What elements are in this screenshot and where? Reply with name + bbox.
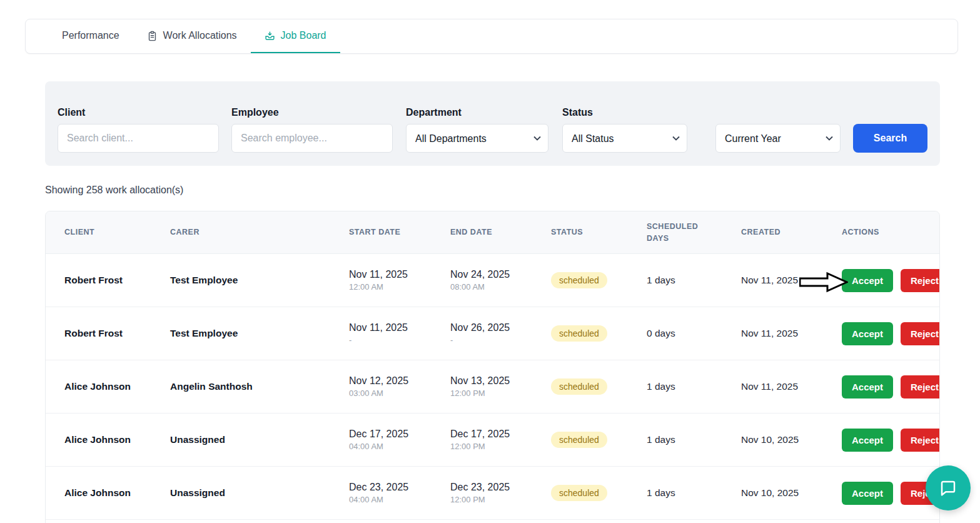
header-scheduled-days: Scheduled Days [647, 221, 741, 245]
tab-work-allocations-label: Work Allocations [163, 30, 237, 41]
header-client: Client [64, 226, 170, 238]
employee-filter-group: Employee [231, 107, 393, 153]
accept-button[interactable]: Accept [842, 375, 893, 399]
client-name: Alice Johnson [64, 487, 170, 499]
start-date-cell: Nov 12, 2025 03:00 AM [349, 375, 450, 398]
header-status: Status [551, 226, 647, 238]
table-row: Alice Johnson Unassigned Dec 23, 2025 04… [46, 467, 939, 520]
scheduled-days: 1 days [647, 275, 741, 286]
carer-name: Unassigned [170, 434, 349, 445]
accept-button[interactable]: Accept [842, 482, 893, 505]
header-created: Created [741, 226, 842, 238]
header-carer: Carer [170, 226, 349, 238]
client-filter-group: Client [58, 107, 219, 153]
scheduled-days: 0 days [647, 328, 741, 339]
scheduled-days: 1 days [647, 487, 741, 499]
year-select[interactable]: Current Year [715, 124, 841, 153]
client-name: Robert Frost [64, 275, 170, 286]
carer-name: Test Employee [170, 328, 349, 339]
start-date-cell: Dec 23, 2025 04:00 AM [349, 482, 450, 504]
client-name: Robert Frost [64, 328, 170, 339]
reject-button[interactable]: Reject [901, 375, 940, 399]
scheduled-days: 1 days [647, 434, 741, 445]
created-date: Nov 11, 2025 [741, 328, 842, 339]
status-badge: scheduled [551, 378, 607, 395]
chat-bubble-icon [939, 479, 957, 497]
carer-name: Angelin Santhosh [170, 381, 349, 392]
department-label: Department [406, 107, 548, 118]
department-select[interactable]: All Departments [406, 124, 548, 153]
end-date-cell: Nov 13, 2025 12:00 PM [450, 375, 551, 398]
results-summary: Showing 258 work allocation(s) [45, 185, 183, 196]
status-badge: scheduled [551, 485, 607, 501]
accept-button[interactable]: Accept [842, 269, 893, 292]
client-name: Alice Johnson [64, 434, 170, 445]
status-badge: scheduled [551, 272, 607, 288]
tab-performance[interactable]: Performance [48, 19, 133, 53]
end-date-cell: Nov 24, 2025 08:00 AM [450, 269, 551, 292]
client-name: Alice Johnson [64, 381, 170, 392]
actions-cell: Accept Reject [842, 322, 940, 345]
header-actions: Actions [842, 226, 939, 238]
year-filter-group: Current Year [715, 124, 841, 153]
created-date: Nov 10, 2025 [741, 487, 842, 499]
created-date: Nov 11, 2025 [741, 381, 842, 392]
search-button[interactable]: Search [853, 124, 927, 153]
scheduled-days: 1 days [647, 381, 741, 392]
header-end-date: End Date [450, 226, 551, 238]
status-select[interactable]: All Status [562, 124, 687, 153]
table-row: Alice Johnson Unassigned Dec 17, 2025 04… [46, 414, 939, 467]
work-allocations-table: Client Carer Start Date End Date Status … [45, 211, 940, 523]
client-label: Client [58, 107, 219, 118]
client-search-input[interactable] [58, 124, 219, 153]
header-start-date: Start Date [349, 226, 450, 238]
tab-work-allocations[interactable]: Work Allocations [133, 19, 251, 53]
tab-job-board-label: Job Board [281, 30, 326, 41]
employee-label: Employee [231, 107, 393, 118]
table-header-row: Client Carer Start Date End Date Status … [46, 211, 939, 254]
reject-button[interactable]: Reject [901, 269, 940, 292]
table-row: Robert Frost Test Employee Nov 11, 2025 … [46, 254, 939, 307]
status-label: Status [562, 107, 687, 118]
end-date-cell: Dec 17, 2025 12:00 PM [450, 429, 551, 451]
table-row: Alice Johnson Angelin Santhosh Nov 12, 2… [46, 360, 939, 414]
end-date-cell: Nov 26, 2025 - [450, 322, 551, 345]
actions-cell: Accept Reject [842, 375, 940, 399]
actions-cell: Accept Reject [842, 269, 940, 292]
tab-bar: Performance Work Allocations Job Board [25, 19, 958, 54]
department-filter-group: Department All Departments [406, 107, 548, 153]
end-date-cell: Dec 23, 2025 12:00 PM [450, 482, 551, 504]
table-row: Robert Frost Test Employee Nov 11, 2025 … [46, 307, 939, 360]
clipboard-icon [147, 31, 158, 41]
accept-button[interactable]: Accept [842, 429, 893, 452]
chat-fab-button[interactable] [926, 465, 971, 510]
status-badge: scheduled [551, 432, 607, 448]
accept-button[interactable]: Accept [842, 322, 893, 345]
carer-name: Unassigned [170, 487, 349, 499]
tab-job-board[interactable]: Job Board [251, 19, 340, 53]
created-date: Nov 10, 2025 [741, 434, 842, 445]
tab-performance-label: Performance [62, 30, 119, 41]
filter-bar: Client Employee Department All Departmen… [45, 81, 940, 166]
tray-icon [265, 31, 275, 41]
start-date-cell: Nov 11, 2025 12:00 AM [349, 269, 450, 292]
start-date-cell: Dec 17, 2025 04:00 AM [349, 429, 450, 451]
status-badge: scheduled [551, 325, 607, 342]
reject-button[interactable]: Reject [901, 322, 940, 345]
start-date-cell: Nov 11, 2025 - [349, 322, 450, 345]
employee-search-input[interactable] [231, 124, 393, 153]
reject-button[interactable]: Reject [901, 429, 940, 452]
created-date: Nov 11, 2025 [741, 275, 842, 286]
status-filter-group: Status All Status [562, 107, 687, 153]
carer-name: Test Employee [170, 275, 349, 286]
actions-cell: Accept Reject [842, 429, 940, 452]
